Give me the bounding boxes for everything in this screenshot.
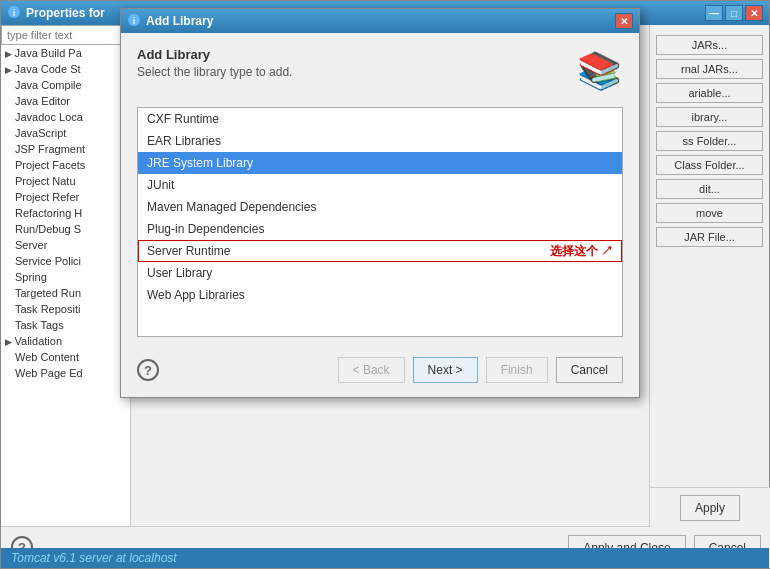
properties-panel: Java Build PaJava Code StJava CompileJav…	[1, 25, 131, 528]
bg-title-icon: i	[7, 5, 21, 22]
add-library-dialog: i Add Library ✕ Add Library Select the l…	[120, 8, 640, 398]
sidebar-item[interactable]: Java Code St	[1, 61, 130, 77]
bg-window-title: Properties for	[26, 6, 105, 20]
modal-title-icon: i	[127, 13, 141, 30]
back-button[interactable]: < Back	[338, 357, 405, 383]
sidebar-item[interactable]: Server	[1, 237, 130, 253]
library-list-item[interactable]: JUnit	[138, 174, 622, 196]
sidebar-item[interactable]: Service Polici	[1, 253, 130, 269]
svg-text:i: i	[13, 8, 16, 18]
sidebar-item[interactable]: Run/Debug S	[1, 221, 130, 237]
minimize-button[interactable]: —	[705, 5, 723, 21]
modal-body: Add Library Select the library type to a…	[121, 33, 639, 347]
library-list-item[interactable]: CXF Runtime	[138, 108, 622, 130]
remove-button[interactable]: move	[656, 203, 763, 223]
sidebar-item[interactable]: Project Refer	[1, 189, 130, 205]
modal-icon: 📚	[575, 47, 623, 95]
sidebar-item[interactable]: Refactoring H	[1, 205, 130, 221]
sidebar-item[interactable]: Javadoc Loca	[1, 109, 130, 125]
external-jars-button[interactable]: rnal JARs...	[656, 59, 763, 79]
finish-button[interactable]: Finish	[486, 357, 548, 383]
apply-panel: Apply	[650, 487, 770, 527]
sidebar-item[interactable]: Java Editor	[1, 93, 130, 109]
jar-file-button[interactable]: JAR File...	[656, 227, 763, 247]
books-icon: 📚	[577, 50, 622, 92]
modal-header-row: Add Library Select the library type to a…	[137, 47, 623, 95]
class-folder2-button[interactable]: Class Folder...	[656, 155, 763, 175]
sidebar-item[interactable]: Web Page Ed	[1, 365, 130, 381]
sidebar-item[interactable]: JavaScript	[1, 125, 130, 141]
jars-button[interactable]: JARs...	[656, 35, 763, 55]
library-list-item[interactable]: Server Runtime选择这个 ↗	[138, 240, 622, 262]
svg-text:i: i	[133, 16, 136, 26]
class-folder-button[interactable]: ss Folder...	[656, 131, 763, 151]
properties-list: Java Build PaJava Code StJava CompileJav…	[1, 45, 130, 523]
close-button[interactable]: ✕	[745, 5, 763, 21]
modal-title: Add Library	[146, 14, 213, 28]
sidebar-item[interactable]: Task Tags	[1, 317, 130, 333]
library-list-item[interactable]: User Library	[138, 262, 622, 284]
modal-help-icon[interactable]: ?	[137, 359, 159, 381]
library-list-item[interactable]: Plug-in Dependencies	[138, 218, 622, 240]
maximize-button[interactable]: □	[725, 5, 743, 21]
library-list-item[interactable]: EAR Libraries	[138, 130, 622, 152]
apply-button[interactable]: Apply	[680, 495, 740, 521]
variable-button[interactable]: ariable...	[656, 83, 763, 103]
modal-footer: ? < Back Next > Finish Cancel	[121, 347, 639, 397]
sidebar-item[interactable]: Project Facets	[1, 157, 130, 173]
sidebar-item[interactable]: Project Natu	[1, 173, 130, 189]
modal-win-controls: ✕	[615, 13, 633, 29]
sidebar-item[interactable]: Task Repositi	[1, 301, 130, 317]
modal-header-subtitle: Select the library type to add.	[137, 65, 565, 79]
sidebar-item[interactable]: Web Content	[1, 349, 130, 365]
right-panel: JARs...rnal JARs...ariable...ibrary...ss…	[649, 25, 769, 528]
bg-window-controls: — □ ✕	[705, 5, 763, 21]
library-button[interactable]: ibrary...	[656, 107, 763, 127]
modal-titlebar: i Add Library ✕	[121, 9, 639, 33]
library-list-item[interactable]: Maven Managed Dependencies	[138, 196, 622, 218]
library-list: CXF RuntimeEAR LibrariesJRE System Libra…	[137, 107, 623, 337]
next-button[interactable]: Next >	[413, 357, 478, 383]
sidebar-item[interactable]: Validation	[1, 333, 130, 349]
cancel-button-modal[interactable]: Cancel	[556, 357, 623, 383]
modal-header-text: Add Library Select the library type to a…	[137, 47, 565, 79]
watermark-text: Tomcat v6.1 server at localhost	[11, 551, 177, 565]
sidebar-item[interactable]: Targeted Run	[1, 285, 130, 301]
library-list-item[interactable]: JRE System Library	[138, 152, 622, 174]
sidebar-item[interactable]: JSP Fragment	[1, 141, 130, 157]
library-list-item[interactable]: Web App Libraries	[138, 284, 622, 306]
modal-header-title: Add Library	[137, 47, 565, 62]
watermark-bar: Tomcat v6.1 server at localhost	[1, 548, 769, 568]
edit-button[interactable]: dit...	[656, 179, 763, 199]
modal-close-button[interactable]: ✕	[615, 13, 633, 29]
sidebar-item[interactable]: Java Compile	[1, 77, 130, 93]
choose-label: 选择这个 ↗	[550, 243, 613, 260]
filter-input[interactable]	[1, 25, 130, 45]
sidebar-item[interactable]: Java Build Pa	[1, 45, 130, 61]
sidebar-item[interactable]: Spring	[1, 269, 130, 285]
